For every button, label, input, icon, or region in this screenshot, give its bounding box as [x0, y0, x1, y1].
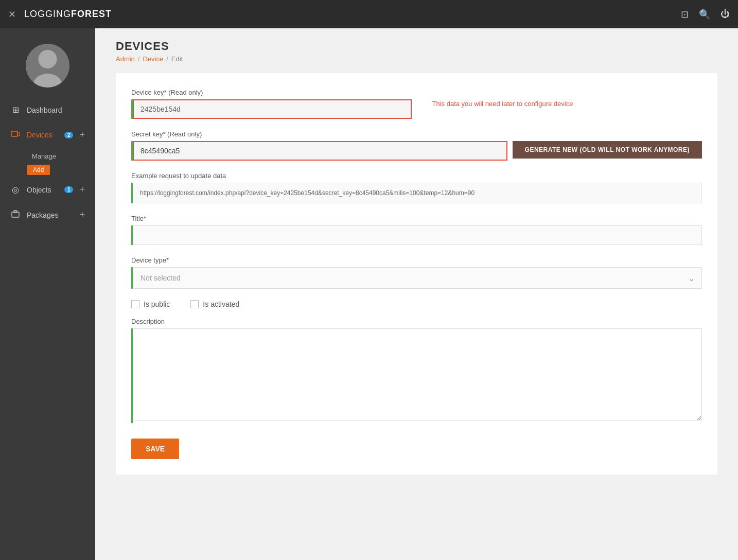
sidebar: ⊞ Dashboard Devices 2 + Manage Add [0, 28, 95, 560]
generate-new-button[interactable]: GENERATE NEW (OLD WILL NOT WORK ANYMORE) [513, 141, 702, 159]
user-avatar-area [0, 28, 95, 98]
content-area: DEVICES Admin / Device / Edit Device key… [95, 28, 738, 560]
dashboard-icon: ⊞ [10, 105, 21, 115]
description-group: Description [131, 318, 702, 423]
fullscreen-icon[interactable]: ⊡ [681, 9, 689, 20]
breadcrumb-current: Edit [171, 55, 183, 63]
title-group: Title* [131, 215, 702, 245]
description-label: Description [131, 318, 702, 325]
example-url: https://loggingforest.com/index.php/api?… [131, 183, 702, 203]
secret-key-row: GENERATE NEW (OLD WILL NOT WORK ANYMORE) [131, 141, 702, 161]
breadcrumb-admin[interactable]: Admin [116, 55, 135, 63]
device-key-group: Device key* (Read only) This data you wi… [131, 89, 702, 119]
breadcrumb: Admin / Device / Edit [116, 55, 717, 63]
title-label: Title* [131, 215, 702, 222]
sidebar-item-dashboard[interactable]: ⊞ Dashboard [0, 98, 95, 122]
svg-point-1 [39, 50, 57, 68]
main-layout: ⊞ Dashboard Devices 2 + Manage Add [0, 28, 738, 560]
close-icon[interactable]: ✕ [8, 9, 16, 20]
topbar: ✕ LOGGINGFOREST ⊡ 🔍 ⏻ [0, 0, 738, 28]
sidebar-subitem-add[interactable]: Add [27, 165, 50, 175]
devices-badge: 2 [64, 132, 74, 138]
device-type-select-wrap: Not selected ⌄ [131, 267, 702, 289]
secret-key-input [133, 141, 507, 161]
save-button[interactable]: SAVE [131, 439, 179, 459]
device-key-input-wrap [131, 99, 412, 119]
secret-key-input-wrap [131, 141, 507, 161]
description-textarea-wrap [131, 328, 702, 423]
title-input[interactable] [133, 225, 702, 245]
is-activated-label: Is activated [203, 300, 239, 308]
device-key-input [133, 99, 412, 119]
example-request-label: Example request to update data [131, 172, 702, 180]
secret-key-group: Secret key* (Read only) GENERATE NEW (OL… [131, 130, 702, 161]
device-type-group: Device type* Not selected ⌄ [131, 256, 702, 289]
sidebar-subitem-manage[interactable]: Manage [27, 150, 95, 163]
search-icon[interactable]: 🔍 [699, 9, 710, 20]
app-logo: LOGGINGFOREST [24, 9, 681, 20]
sidebar-item-devices[interactable]: Devices 2 + [0, 122, 95, 148]
sidebar-nav: ⊞ Dashboard Devices 2 + Manage Add [0, 98, 95, 560]
devices-icon [10, 129, 21, 141]
breadcrumb-device[interactable]: Device [143, 55, 163, 63]
example-request-group: Example request to update data https://l… [131, 172, 702, 203]
sidebar-item-packages[interactable]: Packages + [0, 202, 95, 227]
form-card: Device key* (Read only) This data you wi… [116, 73, 717, 475]
svg-rect-6 [14, 211, 17, 213]
checkbox-row: Is public Is activated [131, 300, 702, 308]
topbar-actions: ⊡ 🔍 ⏻ [681, 9, 730, 20]
objects-icon: ◎ [10, 185, 21, 195]
is-activated-checkbox[interactable]: Is activated [190, 300, 239, 308]
content-header: DEVICES Admin / Device / Edit [95, 28, 738, 68]
svg-rect-4 [17, 132, 20, 136]
power-icon[interactable]: ⏻ [721, 9, 730, 20]
title-input-wrap [131, 225, 702, 245]
avatar [26, 44, 69, 87]
svg-rect-3 [11, 131, 17, 136]
secret-key-label: Secret key* (Read only) [131, 130, 702, 138]
device-type-select[interactable]: Not selected [133, 267, 702, 289]
objects-add-icon[interactable]: + [79, 184, 85, 195]
devices-subnav: Manage Add [0, 148, 95, 177]
is-public-box[interactable] [131, 300, 139, 308]
hint-text: This data you will need later to configu… [432, 100, 573, 108]
is-public-checkbox[interactable]: Is public [131, 300, 170, 308]
objects-badge: 1 [64, 186, 74, 193]
page-title: DEVICES [116, 40, 717, 53]
devices-add-icon[interactable]: + [79, 130, 85, 141]
is-public-label: Is public [144, 300, 170, 308]
description-textarea[interactable] [133, 328, 702, 421]
sidebar-item-objects[interactable]: ◎ Objects 1 + [0, 177, 95, 202]
device-type-label: Device type* [131, 256, 702, 264]
packages-add-icon[interactable]: + [79, 209, 85, 220]
packages-icon [10, 210, 21, 220]
is-activated-box[interactable] [190, 300, 199, 308]
device-key-label: Device key* (Read only) [131, 89, 412, 96]
